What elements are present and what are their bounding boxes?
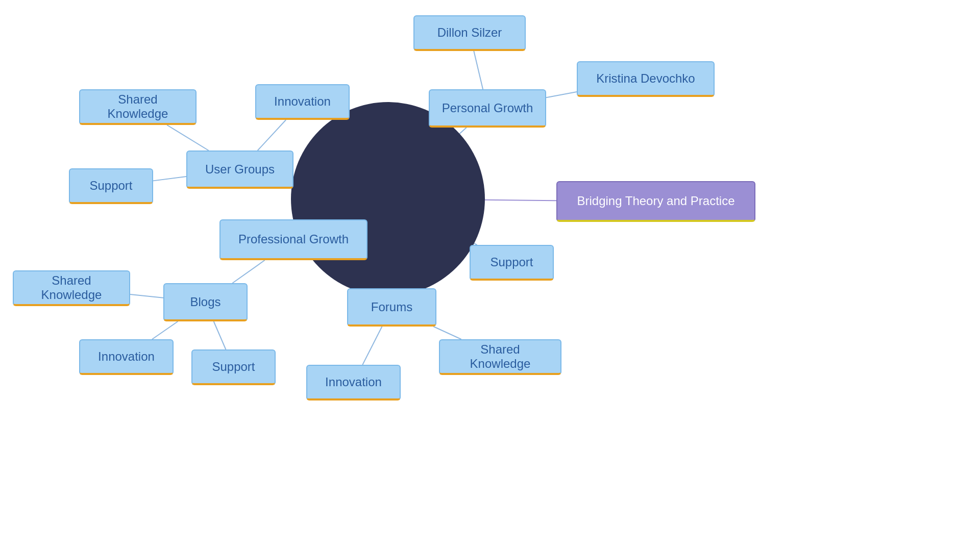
svg-line-9	[232, 260, 264, 283]
node-label-user-groups: User Groups	[196, 156, 284, 183]
svg-line-13	[152, 321, 178, 339]
node-innovation-forums[interactable]: Innovation	[306, 365, 401, 400]
node-kristina-devochko[interactable]: Kristina Devochko	[577, 61, 715, 97]
node-label-shared-knowledge-left: Shared Knowledge	[14, 267, 129, 308]
node-label-innovation-top: Innovation	[265, 88, 340, 115]
node-label-dillon-silzer: Dillon Silzer	[428, 19, 511, 46]
node-label-kristina-devochko: Kristina Devochko	[587, 65, 704, 92]
svg-line-12	[130, 294, 163, 298]
svg-line-1	[474, 51, 483, 89]
node-label-support-right: Support	[481, 249, 542, 276]
svg-line-15	[362, 327, 382, 365]
node-label-support-left: Support	[80, 172, 141, 199]
node-label-bridging-theory: Bridging Theory and Practice	[568, 188, 744, 214]
svg-line-5	[167, 125, 209, 151]
svg-line-6	[258, 120, 286, 151]
node-label-shared-knowledge-top: Shared Knowledge	[80, 86, 195, 127]
node-label-blogs: Blogs	[181, 289, 230, 315]
node-label-forums: Forums	[362, 294, 422, 320]
node-innovation-blogs[interactable]: Innovation	[79, 339, 174, 375]
svg-line-3	[485, 200, 556, 201]
svg-line-14	[214, 321, 226, 349]
node-support-left[interactable]: Support	[69, 168, 153, 204]
node-support-blogs[interactable]: Support	[191, 349, 276, 385]
node-dillon-silzer[interactable]: Dillon Silzer	[413, 15, 526, 51]
node-label-innovation-forums: Innovation	[316, 369, 391, 395]
svg-line-7	[153, 177, 186, 181]
svg-line-2	[546, 92, 577, 97]
node-personal-growth[interactable]: Personal Growth	[429, 89, 546, 128]
node-label-innovation-blogs: Innovation	[89, 343, 164, 370]
node-shared-knowledge-forums[interactable]: Shared Knowledge	[439, 339, 561, 375]
node-innovation-top[interactable]: Innovation	[255, 84, 350, 120]
svg-line-0	[460, 128, 467, 134]
node-label-support-blogs: Support	[203, 354, 264, 380]
node-label-professional-growth: Professional Growth	[229, 226, 358, 253]
node-shared-knowledge-top[interactable]: Shared Knowledge	[79, 89, 197, 125]
node-bridging-theory[interactable]: Bridging Theory and Practice	[556, 181, 755, 222]
node-forums[interactable]: Forums	[347, 288, 436, 327]
node-support-right[interactable]: Support	[470, 245, 554, 281]
center-node[interactable]	[291, 102, 485, 296]
node-label-personal-growth: Personal Growth	[433, 95, 543, 121]
node-label-shared-knowledge-forums: Shared Knowledge	[440, 336, 560, 377]
node-user-groups[interactable]: User Groups	[186, 151, 293, 189]
node-shared-knowledge-left[interactable]: Shared Knowledge	[13, 270, 130, 306]
node-blogs[interactable]: Blogs	[163, 283, 248, 321]
node-professional-growth[interactable]: Professional Growth	[219, 219, 368, 260]
